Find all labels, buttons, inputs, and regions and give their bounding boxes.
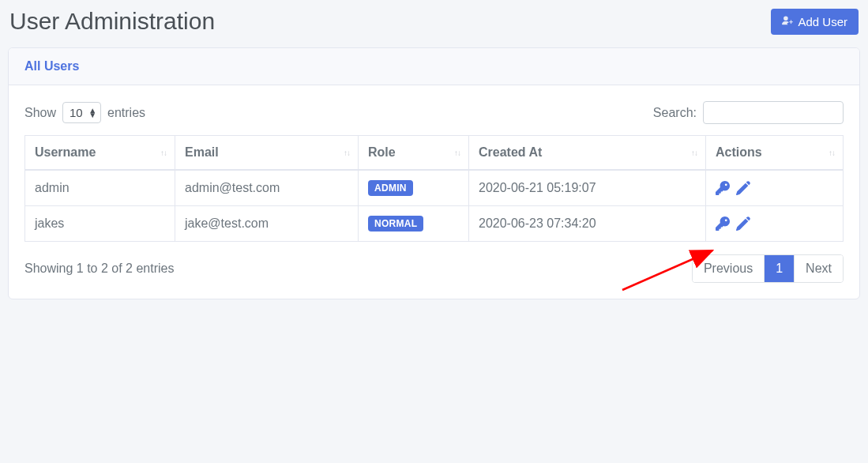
search-label: Search:: [653, 106, 697, 120]
pagination: Previous 1 Next: [692, 254, 844, 283]
key-icon[interactable]: [716, 181, 730, 195]
sort-icon: ↑↓: [160, 150, 167, 156]
role-badge: ADMIN: [368, 180, 413, 196]
sort-icon: ↑↓: [691, 150, 697, 156]
entries-length-select[interactable]: 10: [62, 102, 101, 123]
sort-icon: ↑↓: [829, 150, 835, 156]
add-user-button[interactable]: Add User: [771, 9, 859, 35]
col-header-email[interactable]: Email ↑↓: [175, 136, 359, 171]
cell-actions: [706, 170, 844, 206]
users-card: All Users Show 10 ▲▼ entries Search:: [8, 47, 860, 299]
pagination-prev[interactable]: Previous: [693, 255, 765, 282]
cell-created-at: 2020-06-21 05:19:07: [469, 170, 706, 206]
cell-actions: [706, 206, 844, 242]
pagination-next[interactable]: Next: [795, 255, 843, 282]
page-title: User Administration: [9, 8, 215, 35]
card-header: All Users: [9, 48, 859, 85]
sort-icon: ↑↓: [344, 150, 350, 156]
key-icon[interactable]: [716, 216, 730, 231]
col-header-role[interactable]: Role ↑↓: [359, 136, 469, 171]
cell-username: jakes: [25, 206, 175, 242]
table-row: jakesjake@test.comNORMAL2020-06-23 07:34…: [25, 206, 844, 242]
col-header-actions-label: Actions: [716, 145, 762, 159]
cell-role: ADMIN: [359, 170, 469, 206]
edit-icon[interactable]: [736, 216, 750, 231]
entries-label: entries: [107, 106, 145, 120]
table-info: Showing 1 to 2 of 2 entries: [24, 262, 174, 276]
col-header-role-label: Role: [368, 145, 396, 159]
col-header-username[interactable]: Username ↑↓: [25, 136, 175, 171]
cell-username: admin: [25, 170, 175, 206]
table-row: adminadmin@test.comADMIN2020-06-21 05:19…: [25, 170, 844, 206]
add-user-button-label: Add User: [798, 15, 847, 28]
sort-icon: ↑↓: [454, 150, 460, 156]
cell-role: NORMAL: [359, 206, 469, 242]
entries-length-control: Show 10 ▲▼ entries: [24, 102, 145, 123]
cell-email: jake@test.com: [175, 206, 359, 242]
role-badge: NORMAL: [368, 216, 423, 232]
pagination-page[interactable]: 1: [765, 255, 795, 282]
user-plus-icon: [782, 15, 793, 28]
search-input[interactable]: [703, 101, 844, 124]
cell-created-at: 2020-06-23 07:34:20: [469, 206, 706, 242]
edit-icon[interactable]: [736, 181, 750, 195]
users-table: Username ↑↓ Email ↑↓ Role ↑↓ Created A: [24, 135, 844, 242]
col-header-created-at-label: Created At: [479, 145, 542, 159]
show-label: Show: [24, 106, 56, 120]
col-header-created-at[interactable]: Created At ↑↓: [469, 136, 706, 171]
cell-email: admin@test.com: [175, 170, 359, 206]
col-header-actions[interactable]: Actions ↑↓: [706, 136, 844, 171]
col-header-email-label: Email: [185, 145, 219, 159]
col-header-username-label: Username: [35, 145, 96, 159]
